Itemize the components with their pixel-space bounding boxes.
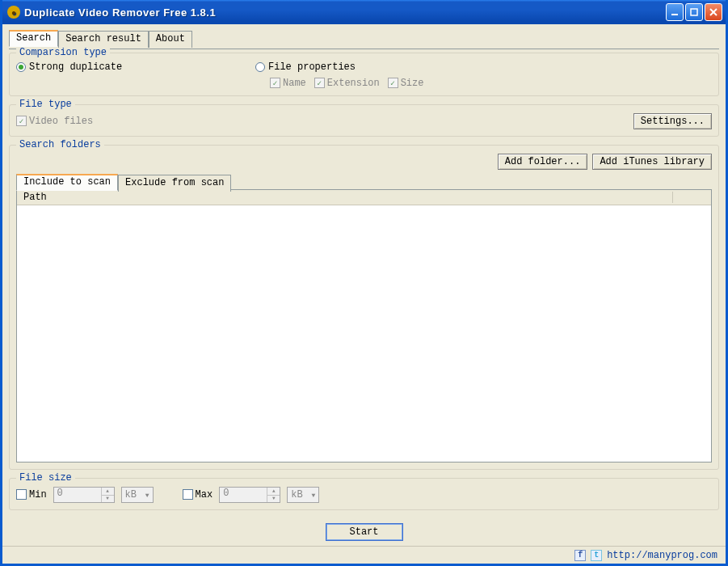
check-extension: Extension bbox=[314, 78, 380, 89]
add-folder-button[interactable]: Add folder... bbox=[498, 154, 588, 170]
checkbox-icon bbox=[270, 78, 280, 88]
check-video-files: Video files bbox=[16, 116, 93, 127]
app-icon: ● bbox=[7, 6, 20, 19]
check-max[interactable]: Max bbox=[183, 489, 213, 501]
chevron-down-icon: ▼ bbox=[311, 492, 315, 499]
chevron-down-icon: ▼ bbox=[145, 492, 149, 499]
settings-button[interactable]: Settings... bbox=[633, 113, 712, 129]
window-controls bbox=[666, 3, 722, 21]
start-button[interactable]: Start bbox=[326, 523, 403, 541]
check-min[interactable]: Min bbox=[16, 489, 47, 501]
search-folders-groupbox: Search folders Add folder... Add iTunes … bbox=[9, 145, 719, 470]
min-unit-select[interactable]: kB▼ bbox=[121, 487, 154, 503]
checkbox-icon bbox=[314, 78, 325, 88]
check-name: Name bbox=[270, 78, 306, 89]
svg-rect-0 bbox=[671, 14, 678, 15]
minimize-button[interactable] bbox=[666, 3, 684, 21]
close-icon bbox=[709, 8, 717, 16]
radio-strong-duplicate[interactable]: Strong duplicate bbox=[16, 61, 242, 73]
checkbox-icon bbox=[388, 78, 398, 88]
status-url-link[interactable]: http://manyprog.com bbox=[607, 550, 717, 561]
file-size-legend: File size bbox=[16, 472, 75, 484]
file-size-groupbox: File size Min 0 ▲▼ kB▼ Max 0 ▲▼ kB▼ bbox=[9, 478, 719, 510]
folder-list-body[interactable] bbox=[17, 205, 711, 463]
checkbox-icon bbox=[16, 116, 27, 126]
tab-search[interactable]: Search bbox=[9, 30, 58, 47]
column-header-path[interactable]: Path bbox=[23, 192, 672, 203]
radio-strong-label: Strong duplicate bbox=[29, 61, 122, 73]
close-button[interactable] bbox=[705, 3, 722, 21]
radio-fileprops-label: File properties bbox=[268, 61, 356, 73]
tab-search-result[interactable]: Search result bbox=[58, 31, 149, 48]
minimize-icon bbox=[671, 8, 679, 16]
checkbox-icon bbox=[16, 489, 27, 500]
radio-file-properties[interactable]: File properties bbox=[255, 61, 423, 73]
search-folders-legend: Search folders bbox=[16, 139, 104, 150]
file-type-groupbox: File type Video files Settings... bbox=[9, 104, 719, 137]
max-input[interactable]: 0 ▲▼ bbox=[219, 487, 280, 503]
client-area: Search Search result About Comparsion ty… bbox=[2, 24, 726, 546]
checkbox-icon bbox=[183, 489, 193, 500]
folder-list-panel: Path bbox=[16, 189, 712, 463]
radio-dot-icon bbox=[16, 62, 26, 72]
app-window: ● Duplicate Video Remover Free 1.8.1 Sea… bbox=[0, 0, 728, 566]
title-bar: ● Duplicate Video Remover Free 1.8.1 bbox=[2, 0, 726, 24]
main-tab-bar: Search Search result About bbox=[9, 29, 719, 46]
radio-dot-icon bbox=[255, 62, 265, 72]
tab-exclude-from-scan[interactable]: Exclude from scan bbox=[118, 175, 231, 192]
min-input[interactable]: 0 ▲▼ bbox=[53, 487, 115, 503]
status-bar: f t http://manyprog.com bbox=[2, 546, 726, 564]
spinner-icon: ▲▼ bbox=[267, 488, 280, 502]
svg-rect-1 bbox=[691, 9, 697, 15]
twitter-icon[interactable]: t bbox=[591, 550, 602, 561]
comparison-legend: Comparsion type bbox=[16, 47, 110, 58]
tab-about[interactable]: About bbox=[149, 31, 192, 48]
file-type-legend: File type bbox=[16, 99, 75, 110]
facebook-icon[interactable]: f bbox=[574, 550, 586, 561]
folder-list-header: Path bbox=[17, 190, 711, 205]
maximize-button[interactable] bbox=[685, 3, 703, 21]
check-size: Size bbox=[388, 78, 424, 89]
add-itunes-library-button[interactable]: Add iTunes library bbox=[592, 154, 712, 170]
maximize-icon bbox=[690, 8, 698, 16]
comparison-groupbox: Comparsion type Strong duplicate File pr… bbox=[9, 53, 719, 96]
max-unit-select[interactable]: kB▼ bbox=[287, 487, 319, 503]
tab-include-to-scan[interactable]: Include to scan bbox=[16, 174, 118, 191]
spinner-icon: ▲▼ bbox=[101, 488, 114, 502]
window-title: Duplicate Video Remover Free 1.8.1 bbox=[24, 6, 666, 19]
column-header-spacer bbox=[672, 192, 705, 203]
